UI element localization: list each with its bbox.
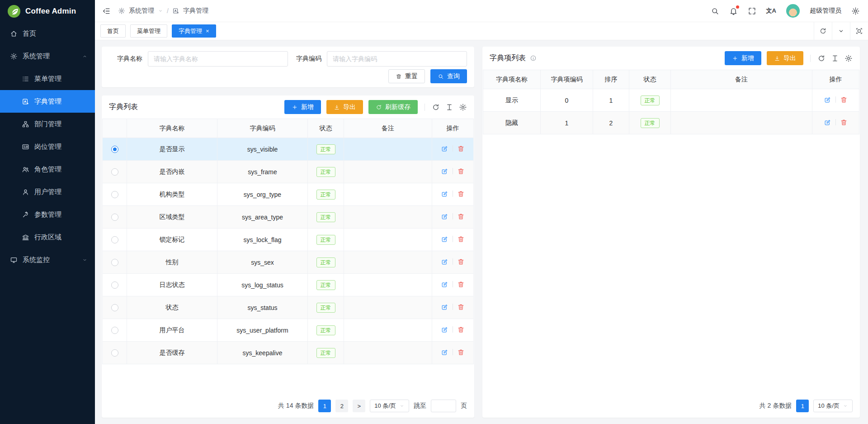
collapse-sidebar-icon[interactable] <box>102 7 111 15</box>
sidebar-item-region[interactable]: 行政区域 <box>0 226 95 248</box>
row-radio[interactable] <box>111 168 118 176</box>
table-row[interactable]: 是否内嵌 sys_frame 正常 <box>103 161 474 183</box>
close-icon[interactable]: × <box>206 28 209 34</box>
add-dict-item-button[interactable]: 新增 <box>725 51 761 65</box>
sidebar-item-system-monitor[interactable]: 系统监控 <box>0 248 95 271</box>
table-row[interactable]: 日志状态 sys_log_status 正常 <box>103 274 474 296</box>
next-page-button[interactable]: > <box>353 400 365 412</box>
table-row[interactable]: 是否缓存 sys_keepalive 正常 <box>103 342 474 364</box>
wrench-icon <box>22 211 29 219</box>
table-row[interactable]: 是否显示 sys_visible 正常 <box>103 138 474 161</box>
sidebar-item-post-management[interactable]: 岗位管理 <box>0 135 95 158</box>
reset-button[interactable]: 重置 <box>388 69 425 83</box>
table-row[interactable]: 锁定标记 sys_lock_flag 正常 <box>103 229 474 251</box>
sidebar-item-param-management[interactable]: 参数管理 <box>0 203 95 226</box>
edit-icon[interactable] <box>441 190 448 198</box>
settings-gear-icon[interactable] <box>851 7 860 15</box>
row-radio[interactable] <box>111 281 118 289</box>
add-dict-button[interactable]: 新增 <box>284 100 321 114</box>
sidebar-item-dict-management[interactable]: 字典管理 <box>0 90 95 113</box>
edit-icon[interactable] <box>441 235 448 243</box>
username[interactable]: 超级管理员 <box>810 7 841 15</box>
tab-menu-management[interactable]: 菜单管理 <box>130 24 167 38</box>
row-radio[interactable] <box>111 191 118 198</box>
delete-icon[interactable] <box>457 145 465 152</box>
refresh-table-icon[interactable] <box>817 54 826 62</box>
row-height-icon[interactable] <box>445 103 453 111</box>
edit-icon[interactable] <box>441 167 448 175</box>
page-size-select[interactable]: 10 条/页 <box>370 400 409 412</box>
fullscreen-icon[interactable] <box>748 7 756 15</box>
edit-icon[interactable] <box>824 119 831 126</box>
content-fullscreen-button[interactable] <box>850 22 868 40</box>
column-settings-gear-icon[interactable] <box>844 54 853 62</box>
table-row[interactable]: 区域类型 sys_area_type 正常 <box>103 206 474 229</box>
delete-icon[interactable] <box>457 326 465 333</box>
edit-icon[interactable] <box>441 348 448 356</box>
delete-icon[interactable] <box>457 348 465 356</box>
page-size-select[interactable]: 10 条/页 <box>813 400 853 412</box>
sidebar-item-menu-management[interactable]: 菜单管理 <box>0 67 95 90</box>
refresh-cache-button[interactable]: 刷新缓存 <box>368 100 418 114</box>
export-dict-button[interactable]: 导出 <box>326 100 363 114</box>
notifications-button[interactable] <box>729 7 738 15</box>
column-settings-gear-icon[interactable] <box>459 103 467 111</box>
edit-icon[interactable] <box>441 303 448 311</box>
delete-icon[interactable] <box>840 119 848 126</box>
table-row[interactable]: 机构类型 sys_org_type 正常 <box>103 183 474 206</box>
table-row[interactable]: 显示 0 1 正常 <box>483 89 859 112</box>
query-button[interactable]: 查询 <box>430 69 467 83</box>
chevron-down-icon[interactable] <box>158 8 163 14</box>
row-radio[interactable] <box>111 236 118 243</box>
sidebar-item-home[interactable]: 首页 <box>0 22 95 45</box>
page-button-1[interactable]: 1 <box>318 400 331 412</box>
page-button-1[interactable]: 1 <box>796 400 809 412</box>
edit-icon[interactable] <box>441 145 448 152</box>
refresh-table-icon[interactable] <box>432 103 440 111</box>
translate-icon[interactable]: 文A <box>766 7 776 15</box>
delete-icon[interactable] <box>457 258 465 266</box>
export-dict-item-button[interactable]: 导出 <box>767 51 803 65</box>
dict-name-input[interactable] <box>148 51 288 67</box>
sidebar-item-dept-management[interactable]: 部门管理 <box>0 113 95 135</box>
delete-icon[interactable] <box>457 213 465 220</box>
row-radio[interactable] <box>111 327 118 334</box>
row-radio[interactable] <box>111 259 118 266</box>
tab-dict-management[interactable]: 字典管理 × <box>172 24 216 38</box>
table-row[interactable]: 性别 sys_sex 正常 <box>103 251 474 274</box>
page-button-2[interactable]: 2 <box>335 400 348 412</box>
table-row[interactable]: 隐藏 1 2 正常 <box>483 112 859 134</box>
sidebar-item-system-management[interactable]: 系统管理 <box>0 45 95 67</box>
delete-icon[interactable] <box>840 96 848 104</box>
avatar[interactable] <box>786 4 800 18</box>
jump-page-input[interactable] <box>431 400 456 412</box>
edit-icon[interactable] <box>441 258 448 266</box>
row-radio[interactable] <box>111 146 118 153</box>
edit-icon[interactable] <box>441 213 448 220</box>
table-row[interactable]: 状态 sys_status 正常 <box>103 296 474 319</box>
row-radio[interactable] <box>111 214 118 221</box>
tab-options-button[interactable] <box>832 22 850 40</box>
delete-icon[interactable] <box>457 281 465 288</box>
search-icon[interactable] <box>711 7 719 15</box>
row-height-icon[interactable] <box>831 54 839 62</box>
delete-icon[interactable] <box>457 190 465 198</box>
tab-home[interactable]: 首页 <box>100 24 126 38</box>
dict-code-input[interactable] <box>327 51 467 67</box>
edit-icon[interactable] <box>441 281 448 288</box>
dict-name-label: 字典名称 <box>109 55 148 63</box>
sidebar-item-role-management[interactable]: 角色管理 <box>0 158 95 181</box>
sidebar-item-user-management[interactable]: 用户管理 <box>0 181 95 203</box>
table-row[interactable]: 用户平台 sys_user_platform 正常 <box>103 319 474 342</box>
row-radio[interactable] <box>111 304 118 311</box>
row-radio[interactable] <box>111 349 118 357</box>
breadcrumb-parent[interactable]: 系统管理 <box>129 7 154 15</box>
download-icon <box>334 104 340 110</box>
delete-icon[interactable] <box>457 167 465 175</box>
refresh-page-button[interactable] <box>814 22 832 40</box>
delete-icon[interactable] <box>457 235 465 243</box>
edit-icon[interactable] <box>824 96 831 104</box>
edit-icon[interactable] <box>441 326 448 333</box>
breadcrumb-current[interactable]: 字典管理 <box>183 7 208 15</box>
delete-icon[interactable] <box>457 303 465 311</box>
